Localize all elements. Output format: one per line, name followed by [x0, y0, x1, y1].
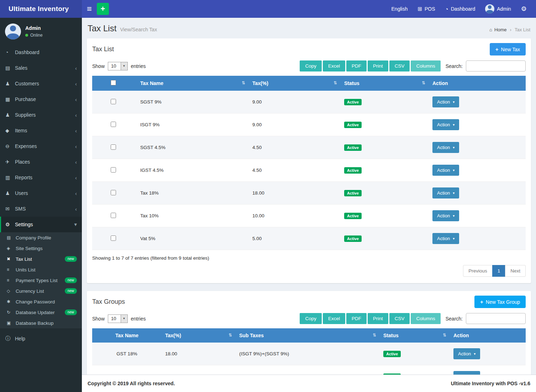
action-button[interactable]: Action▾ — [432, 210, 459, 221]
tax-list-card: Tax List + New Tax Show 10 ▼ — [87, 38, 531, 283]
version-text: Ultimate Inventory with POS -v1.6 — [451, 381, 530, 386]
csv-button[interactable]: CSV — [389, 60, 410, 71]
hamburger-icon[interactable]: ≡ — [87, 5, 92, 13]
new-tax-button[interactable]: + New Tax — [490, 43, 526, 55]
row-checkbox[interactable] — [111, 99, 116, 104]
row-checkbox[interactable] — [111, 235, 116, 241]
sidebar-item-tax-list[interactable]: ✖ Tax List new — [0, 254, 82, 264]
dashboard-link[interactable]: ◔ Dashboard — [445, 6, 475, 12]
tax-groups-table: Tax Name Tax(%)⇅ Sub Taxes⇅ Status⇅ Acti… — [92, 328, 526, 375]
sidebar-item-sales[interactable]: ▤ Sales ‹ — [0, 60, 82, 76]
row-checkbox[interactable] — [111, 190, 116, 195]
csv-button[interactable]: CSV — [389, 313, 410, 324]
sidebar-item-suppliers[interactable]: ♟ Suppliers ‹ — [0, 107, 82, 123]
dashboard-icon: ◔ — [5, 49, 15, 55]
sidebar-item-sms[interactable]: ✉ SMS ‹ — [0, 201, 82, 217]
copy-button[interactable]: Copy — [300, 313, 322, 324]
sidebar-item-items[interactable]: ◆ Items ‹ — [0, 123, 82, 138]
print-button[interactable]: Print — [368, 313, 388, 324]
sidebar-item-help[interactable]: ⓘ Help — [0, 331, 82, 346]
copy-button[interactable]: Copy — [300, 60, 322, 71]
tax-percent-cell: 18.00 — [162, 343, 236, 365]
action-button[interactable]: Action▾ — [432, 119, 459, 130]
pos-link[interactable]: ⊞ POS — [417, 6, 435, 12]
pdf-button[interactable]: PDF — [346, 60, 367, 71]
sidebar-item-company-profile[interactable]: ▤ Company Profile — [0, 232, 82, 243]
page-1-button[interactable]: 1 — [492, 265, 506, 277]
columns-button[interactable]: Columns — [411, 60, 440, 71]
chevron-left-icon: ‹ — [75, 112, 77, 118]
tax-name-cell: SGST 4.5% — [137, 136, 249, 159]
sidebar-item-site-settings[interactable]: ◈ Site Settings — [0, 243, 82, 254]
action-button[interactable]: Action▾ — [432, 187, 459, 198]
sidebar-item-expenses[interactable]: ⊖ Expenses ‹ — [0, 138, 82, 154]
gear-icon[interactable]: ⚙ — [521, 5, 527, 13]
row-checkbox[interactable] — [111, 122, 116, 127]
chevron-left-icon: ‹ — [75, 65, 77, 71]
previous-button[interactable]: Previous — [463, 265, 493, 277]
main-layout: Admin Online ◔ Dashboard ▤ Sales ‹ ♟ Cus… — [0, 18, 536, 392]
excel-button[interactable]: Excel — [323, 60, 345, 71]
select-arrow-icon: ▼ — [121, 62, 127, 70]
column-header-status[interactable]: Status⇅ — [341, 76, 429, 91]
search-input[interactable] — [466, 60, 526, 71]
sidebar-item-purchase[interactable]: ▦ Purchase ‹ — [0, 91, 82, 107]
sidebar-item-reports[interactable]: ▥ Reports ‹ — [0, 170, 82, 185]
action-button[interactable]: Action▾ — [432, 142, 459, 153]
page-footer: Copyright © 2019 All rights reserved. Ul… — [82, 375, 536, 392]
units-list-icon: ≡ — [7, 267, 16, 272]
entries-label: entries — [131, 63, 146, 69]
column-header-tax-name[interactable]: Tax Name⇅ — [137, 76, 249, 91]
sidebar-item-places[interactable]: ✈ Places ‹ — [0, 154, 82, 170]
sidebar-item-settings[interactable]: ⚙ Settings ▾ — [0, 217, 82, 232]
row-checkbox[interactable] — [111, 144, 116, 150]
action-button[interactable]: Action▾ — [432, 96, 459, 107]
language-label: English — [392, 6, 408, 12]
user-menu[interactable]: Admin — [485, 4, 511, 14]
sidebar-item-change-password[interactable]: ✱ Change Password — [0, 296, 82, 307]
row-checkbox[interactable] — [111, 213, 116, 218]
column-header-label: Tax Name — [115, 333, 138, 338]
select-all-checkbox[interactable] — [111, 80, 116, 85]
sidebar-item-users[interactable]: ♟ Users ‹ — [0, 185, 82, 201]
action-button[interactable]: Action▾ — [453, 348, 480, 359]
sidebar-item-dashboard[interactable]: ◔ Dashboard — [0, 44, 82, 60]
next-button[interactable]: Next — [505, 265, 526, 277]
currency-list-icon: ◇ — [7, 288, 16, 293]
column-header-tax-name[interactable]: Tax Name — [92, 328, 162, 343]
action-button[interactable]: Action▾ — [453, 371, 480, 375]
column-header-sub-taxes[interactable]: Sub Taxes⇅ — [236, 328, 380, 343]
column-header-tax-percent[interactable]: Tax(%)⇅ — [162, 328, 236, 343]
print-button[interactable]: Print — [368, 60, 388, 71]
table-row: Tax 18% 18.00 Active Action▾ — [92, 182, 526, 205]
sidebar-item-database-backup[interactable]: ▣ Database Backup — [0, 318, 82, 328]
search-input[interactable] — [466, 313, 526, 324]
status-badge: Active — [344, 144, 362, 151]
excel-button[interactable]: Excel — [323, 313, 345, 324]
row-checkbox[interactable] — [111, 167, 116, 173]
column-header-label: Tax Name — [140, 80, 163, 86]
column-header-tax-percent[interactable]: Tax(%)⇅ — [249, 76, 341, 91]
quick-add-button[interactable]: + — [97, 3, 109, 15]
sidebar-item-database-updater[interactable]: ↻ Database Updater new — [0, 307, 82, 318]
action-button[interactable]: Action▾ — [432, 233, 459, 244]
sidebar-item-units-list[interactable]: ≡ Units List — [0, 264, 82, 275]
sidebar-item-currency-list[interactable]: ◇ Currency List new — [0, 286, 82, 296]
caret-down-icon: ▾ — [453, 123, 454, 127]
column-header-label: Action — [453, 333, 469, 338]
page-length-select[interactable]: 10 ▼ — [108, 62, 127, 70]
action-button[interactable]: Action▾ — [432, 165, 459, 176]
language-menu[interactable]: English — [392, 6, 408, 12]
breadcrumb-current: Tax List — [515, 27, 530, 32]
sidebar-item-customers[interactable]: ♟ Customers ‹ — [0, 76, 82, 91]
plus-icon: + — [495, 46, 499, 52]
column-header-label: Status — [344, 80, 359, 86]
places-icon: ✈ — [5, 159, 15, 165]
page-length-select[interactable]: 10 ▼ — [108, 314, 127, 323]
sidebar-item-payment-types-list[interactable]: ≡ Payment Types List new — [0, 275, 82, 286]
new-tax-group-button[interactable]: + New Tax Group — [474, 296, 526, 308]
breadcrumb-home[interactable]: ⌂ Home — [489, 27, 507, 32]
columns-button[interactable]: Columns — [411, 313, 440, 324]
pdf-button[interactable]: PDF — [346, 313, 367, 324]
column-header-status[interactable]: Status⇅ — [380, 328, 450, 343]
